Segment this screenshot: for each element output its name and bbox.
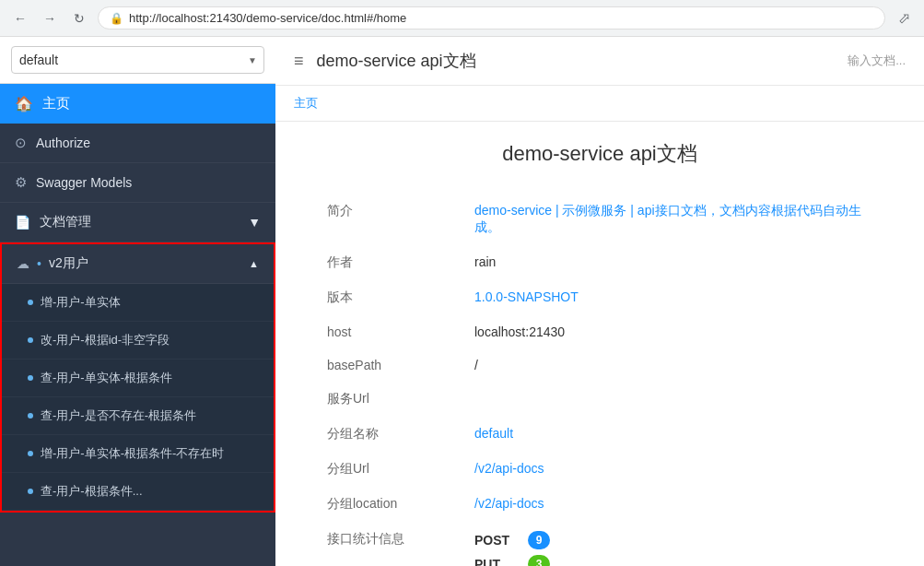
authorize-label: Authorize [36, 136, 90, 150]
table-row: 作者 rain [312, 245, 887, 280]
dot-icon [28, 375, 33, 381]
row-value: /v2/api-docs [460, 452, 887, 487]
put-method-row: PUT 3 [474, 555, 872, 566]
home-label: 主页 [42, 95, 70, 112]
info-table: 简介 demo-service | 示例微服务 | api接口文档，文档内容根据… [312, 194, 887, 566]
list-item[interactable]: 增-用户-单实体 [2, 284, 274, 322]
sidebar-item-home[interactable]: 🏠 主页 [0, 84, 275, 124]
forward-button[interactable]: → [39, 7, 61, 29]
post-method-row: POST 9 [474, 531, 872, 549]
app-container: default 🏠 主页 ⊙ Authorize ⚙ Swagger Model… [0, 37, 924, 566]
item-label: 增-用户-单实体 [41, 294, 121, 311]
share-button[interactable]: ⬀ [893, 7, 915, 29]
main-content: ≡ demo-service api文档 输入文档... 主页 demo-ser… [275, 37, 924, 566]
menu-icon[interactable]: ≡ [294, 52, 304, 71]
page-title: demo-service api文档 [312, 140, 887, 168]
item-label: 查-用户-单实体-根据条件 [41, 370, 172, 386]
row-value: localhost:21430 [460, 315, 887, 348]
sidebar-item-swagger-models[interactable]: ⚙ Swagger Models [0, 163, 275, 203]
content-area: demo-service api文档 简介 demo-service | 示例微… [275, 122, 924, 566]
group-bullet: • [37, 256, 41, 271]
chevron-down-icon: ▼ [248, 215, 261, 230]
sidebar: default 🏠 主页 ⊙ Authorize ⚙ Swagger Model… [0, 37, 275, 566]
sidebar-group-v2: ☁ • v2用户 ▲ 增-用户-单实体 改-用户-根据id-非空字段 [0, 242, 275, 513]
table-row: basePath / [312, 348, 887, 382]
row-value: rain [460, 245, 887, 280]
put-badge: 3 [528, 555, 550, 566]
sidebar-item-authorize[interactable]: ⊙ Authorize [0, 124, 275, 163]
sidebar-nav: 🏠 主页 ⊙ Authorize ⚙ Swagger Models 📄 文档管理… [0, 84, 275, 513]
v2-group-items: 增-用户-单实体 改-用户-根据id-非空字段 查-用户-单实体-根据条件 查-… [2, 284, 274, 511]
row-key: basePath [312, 348, 460, 382]
doc-management-label: 文档管理 [40, 214, 91, 230]
chevron-up-icon: ▲ [249, 258, 259, 269]
refresh-button[interactable]: ↻ [68, 7, 90, 29]
main-header: ≡ demo-service api文档 输入文档... [275, 37, 924, 86]
authorize-icon: ⊙ [15, 135, 27, 151]
row-value: / [460, 348, 887, 382]
swagger-models-label: Swagger Models [36, 175, 132, 190]
url-text: http://localhost:21430/demo-service/doc.… [129, 11, 406, 25]
table-row: 服务Url [312, 382, 887, 417]
row-value: demo-service | 示例微服务 | api接口文档，文档内容根据代码自… [460, 194, 887, 245]
row-key: 作者 [312, 245, 460, 280]
dot-icon [28, 337, 33, 343]
item-label: 查-用户-是否不存在-根据条件 [41, 407, 196, 424]
list-item[interactable]: 查-用户-根据条件... [2, 473, 274, 511]
row-key: 简介 [312, 194, 460, 245]
item-label: 改-用户-根据id-非空字段 [41, 332, 170, 348]
post-label: POST [474, 533, 520, 548]
row-key: 分组名称 [312, 417, 460, 452]
list-item[interactable]: 增-用户-单实体-根据条件-不存在时 [2, 435, 274, 473]
table-row: 接口统计信息 POST 9 PUT 3 [312, 522, 887, 566]
row-value: /v2/api-docs [460, 487, 887, 522]
row-key: 版本 [312, 280, 460, 315]
back-button[interactable]: ← [9, 7, 31, 29]
list-item[interactable]: 改-用户-根据id-非空字段 [2, 322, 274, 360]
table-row: 版本 1.0.0-SNAPSHOT [312, 280, 887, 315]
browser-toolbar: ← → ↻ 🔒 http://localhost:21430/demo-serv… [0, 0, 924, 37]
sidebar-item-doc-management[interactable]: 📄 文档管理 ▼ [0, 203, 275, 242]
home-icon: 🏠 [15, 95, 33, 112]
address-bar[interactable]: 🔒 http://localhost:21430/demo-service/do… [98, 6, 885, 29]
row-value: default [460, 417, 887, 452]
row-key: 分组Url [312, 452, 460, 487]
row-key: 接口统计信息 [312, 522, 460, 566]
sidebar-group-v2-header[interactable]: ☁ • v2用户 ▲ [2, 244, 274, 284]
item-label: 增-用户-单实体-根据条件-不存在时 [41, 445, 224, 462]
table-row: 分组Url /v2/api-docs [312, 452, 887, 487]
lock-icon: 🔒 [110, 12, 123, 25]
table-row: 简介 demo-service | 示例微服务 | api接口文档，文档内容根据… [312, 194, 887, 245]
v2-group-label: v2用户 [49, 255, 88, 272]
table-row: 分组location /v2/api-docs [312, 487, 887, 522]
breadcrumb-home[interactable]: 主页 [294, 96, 318, 110]
breadcrumb: 主页 [275, 86, 924, 122]
row-key: 服务Url [312, 382, 460, 417]
list-item[interactable]: 查-用户-单实体-根据条件 [2, 360, 274, 397]
row-value [460, 382, 887, 417]
item-label: 查-用户-根据条件... [41, 483, 143, 500]
group-selector[interactable]: default [11, 46, 264, 74]
dot-icon [28, 413, 33, 419]
dot-icon [28, 489, 33, 494]
sidebar-selector-wrapper: default [0, 37, 275, 84]
row-key: 分组location [312, 487, 460, 522]
main-header-title: demo-service api文档 [317, 50, 476, 72]
search-placeholder-text: 输入文档... [848, 53, 906, 69]
post-badge: 9 [528, 531, 550, 549]
table-row: host localhost:21430 [312, 315, 887, 348]
cloud-icon: ☁ [17, 256, 29, 271]
row-key: host [312, 315, 460, 348]
row-value: POST 9 PUT 3 [460, 522, 887, 566]
row-value: 1.0.0-SNAPSHOT [460, 280, 887, 315]
swagger-models-icon: ⚙ [15, 174, 27, 191]
put-label: PUT [474, 557, 520, 566]
list-item[interactable]: 查-用户-是否不存在-根据条件 [2, 397, 274, 435]
dot-icon [28, 451, 33, 456]
dot-icon [28, 300, 33, 305]
table-row: 分组名称 default [312, 417, 887, 452]
doc-icon: 📄 [15, 215, 30, 230]
